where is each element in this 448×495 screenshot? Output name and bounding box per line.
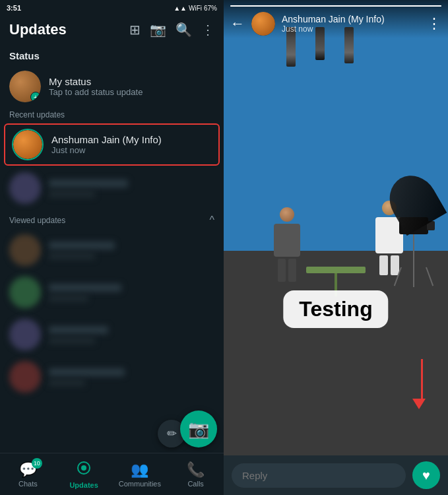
battery-text: 67% <box>204 5 217 12</box>
table-top <box>306 267 366 273</box>
anshuman-status-text: Anshuman Jain (My Info) Just now <box>51 134 162 155</box>
nav-item-calls[interactable]: 📞 Calls <box>168 453 224 495</box>
camera-fab-icon: 📷 <box>188 419 209 440</box>
story-bottom-bar: ♥ <box>224 455 448 495</box>
story-time: Just now <box>282 24 385 34</box>
status-section-title: Status <box>0 44 224 65</box>
nav-item-updates[interactable]: Updates <box>56 453 112 495</box>
blurred-text-2 <box>49 242 214 259</box>
my-status-text: My status Tap to add status update <box>49 76 143 97</box>
recent-status-item-anshuman[interactable]: Anshuman Jain (My Info) Just now <box>4 123 220 166</box>
story-progress-bar <box>230 5 441 7</box>
blurred-text-4 <box>49 326 214 344</box>
svg-point-1 <box>81 465 86 471</box>
story-viewer[interactable]: Testing ← Anshuman Jain (My Info) Just n… <box>224 0 448 455</box>
pencil-icon: ✏ <box>167 426 177 441</box>
chats-badge: 10 <box>32 458 42 469</box>
anshuman-avatar <box>12 129 44 160</box>
calls-label: Calls <box>187 480 203 488</box>
story-back-button[interactable]: ← <box>230 15 245 32</box>
recent-updates-label: Recent updates <box>0 108 224 122</box>
blurred-avatar-5 <box>9 361 41 393</box>
status-time: 3:51 <box>7 4 21 12</box>
blurred-avatar-2 <box>9 234 41 266</box>
more-menu-icon[interactable]: ⋮ <box>201 22 214 38</box>
blurred-text-3 <box>49 284 214 302</box>
camera-icon[interactable]: 📷 <box>150 22 166 38</box>
my-status-item[interactable]: + My status Tap to add status update <box>0 65 224 108</box>
wifi-icon: WiFi <box>189 5 202 12</box>
viewed-status-item-4[interactable] <box>0 356 224 398</box>
my-status-sub: Tap to add status update <box>49 87 143 97</box>
communities-label: Communities <box>119 480 161 488</box>
viewed-status-item-1[interactable] <box>0 229 224 271</box>
avatar-photo <box>13 130 42 159</box>
viewed-text: Viewed updates <box>9 216 65 225</box>
story-photo: Testing <box>224 0 448 455</box>
person-left <box>269 207 305 273</box>
reply-input[interactable] <box>232 463 406 488</box>
blurred-text-5 <box>49 368 214 386</box>
viewed-updates-label: Viewed updates ^ <box>0 209 224 229</box>
anshuman-name: Anshuman Jain (My Info) <box>51 134 162 145</box>
viewed-status-item-3[interactable] <box>0 314 224 356</box>
signal-icon: ▲▲ <box>174 5 187 12</box>
recent-status-item-blurred[interactable] <box>0 167 224 209</box>
blurred-avatar-4 <box>9 319 41 350</box>
bottom-navigation: 💬 10 Chats Updates 👥 Communities 📞 Calls <box>0 453 224 495</box>
nav-item-chats[interactable]: 💬 10 Chats <box>0 453 56 495</box>
story-avatar-photo <box>251 12 275 36</box>
communities-icon: 👥 <box>131 461 148 478</box>
chats-label: Chats <box>18 480 38 488</box>
status-icons: ▲▲ WiFi 67% <box>174 5 217 12</box>
viewed-status-item-2[interactable] <box>0 271 224 314</box>
heart-button[interactable]: ♥ <box>412 461 440 489</box>
story-menu-icon[interactable]: ⋮ <box>427 15 441 32</box>
story-user-details: Anshuman Jain (My Info) Just now <box>282 14 385 34</box>
qr-icon[interactable]: ⊞ <box>129 22 141 38</box>
page-title: Updates <box>9 21 67 38</box>
top-bar: Updates ⊞ 📷 🔍 ⋮ <box>0 16 224 44</box>
toolbar-icons: ⊞ 📷 🔍 ⋮ <box>129 22 214 38</box>
story-user-info: ← Anshuman Jain (My Info) Just now ⋮ <box>230 12 441 36</box>
story-user-name: Anshuman Jain (My Info) <box>282 14 385 24</box>
my-status-name: My status <box>49 76 143 87</box>
blurred-avatar-3 <box>9 277 41 308</box>
my-status-avatar: + <box>9 71 41 102</box>
left-panel: 3:51 ▲▲ WiFi 67% Updates ⊞ 📷 🔍 ⋮ Status … <box>0 0 224 495</box>
updates-icon <box>76 460 92 480</box>
story-user-avatar <box>251 12 275 36</box>
red-arrow <box>415 359 428 409</box>
blurred-text-1 <box>49 180 214 197</box>
testing-label: Testing <box>283 290 388 328</box>
anshuman-time: Just now <box>51 145 162 155</box>
search-icon[interactable]: 🔍 <box>176 22 192 38</box>
right-panel: Testing ← Anshuman Jain (My Info) Just n… <box>224 0 448 495</box>
add-status-badge: + <box>30 92 41 102</box>
chats-icon: 💬 10 <box>19 461 37 478</box>
blurred-avatar-1 <box>9 172 41 204</box>
updates-label: Updates <box>69 481 98 489</box>
chevron-up-icon[interactable]: ^ <box>209 214 214 226</box>
nav-item-communities[interactable]: 👥 Communities <box>112 453 168 495</box>
heart-icon: ♥ <box>422 468 430 483</box>
story-progress-fill <box>230 5 441 7</box>
calls-icon: 📞 <box>187 461 205 478</box>
story-header: ← Anshuman Jain (My Info) Just now ⋮ <box>224 0 448 38</box>
camera-fab-button[interactable]: 📷 <box>180 411 217 447</box>
status-bar: 3:51 ▲▲ WiFi 67% <box>0 0 224 16</box>
